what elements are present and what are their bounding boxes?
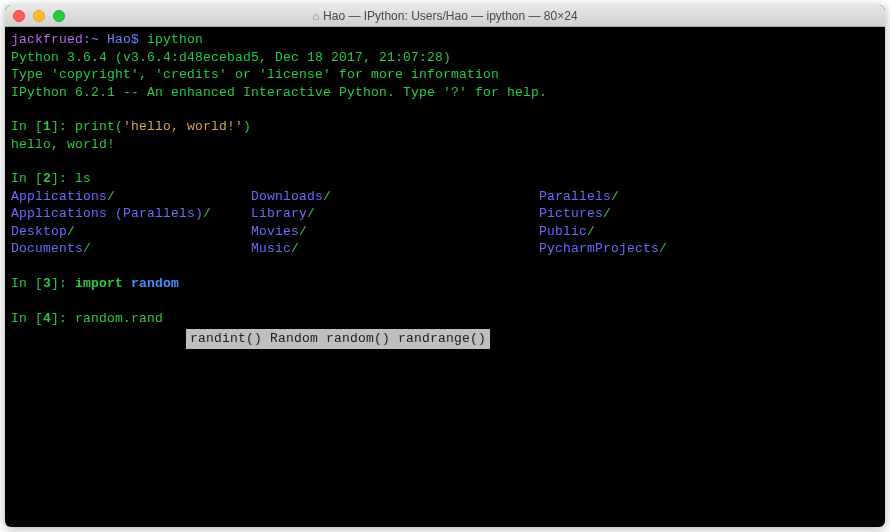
completion-item[interactable]: randrange() — [398, 330, 486, 348]
dir-name: Desktop — [11, 224, 67, 239]
dir-name: Library — [251, 206, 307, 221]
dir-name: Applications (Parallels) — [11, 206, 203, 221]
dir-name: Movies — [251, 224, 299, 239]
titlebar[interactable]: ⌂Hao — IPython: Users/Hao — ipython — 80… — [5, 5, 885, 27]
ipython-output-1: hello, world! — [11, 136, 879, 154]
ls-row: Applications (Parallels)/ Library/ Pictu… — [11, 205, 879, 223]
shell-prompt-line: jackfrued:~ Hao$ ipython — [11, 31, 879, 49]
ipython-cell-3: In [3]: import random — [11, 275, 879, 293]
dir-name: Public — [539, 224, 587, 239]
python-banner-line: Python 3.6.4 (v3.6.4:d48ecebad5, Dec 18 … — [11, 49, 879, 67]
shell-path: :~ Hao$ — [83, 32, 139, 47]
terminal-body[interactable]: jackfrued:~ Hao$ ipython Python 3.6.4 (v… — [5, 27, 885, 353]
dir-name: Documents — [11, 241, 83, 256]
minimize-icon[interactable] — [33, 10, 45, 22]
dir-name: Parallels — [539, 189, 611, 204]
window-controls — [13, 10, 65, 22]
dir-name: Downloads — [251, 189, 323, 204]
python-banner-line: Type 'copyright', 'credits' or 'license'… — [11, 66, 879, 84]
fullscreen-icon[interactable] — [53, 10, 65, 22]
completion-popup[interactable]: randint() Random random() randrange() — [186, 329, 879, 349]
completion-item[interactable]: Random — [270, 330, 318, 348]
python-banner-line: IPython 6.2.1 -- An enhanced Interactive… — [11, 84, 879, 102]
dir-name: PycharmProjects — [539, 241, 659, 256]
ipython-cell-1: In [1]: print('hello, world!') — [11, 118, 879, 136]
shell-user: jackfrued — [11, 32, 83, 47]
dir-name: Pictures — [539, 206, 603, 221]
ls-row: Documents/ Music/ PycharmProjects/ — [11, 240, 879, 258]
close-icon[interactable] — [13, 10, 25, 22]
dir-name: Music — [251, 241, 291, 256]
terminal-window: ⌂Hao — IPython: Users/Hao — ipython — 80… — [5, 5, 885, 527]
ipython-cell-2: In [2]: ls — [11, 170, 879, 188]
completion-item[interactable]: randint() — [190, 330, 262, 348]
shell-command: ipython — [147, 32, 203, 47]
dir-name: Applications — [11, 189, 107, 204]
ipython-cell-4[interactable]: In [4]: random.rand — [11, 310, 879, 328]
home-icon: ⌂ — [312, 10, 319, 22]
ls-row: Desktop/ Movies/ Public/ — [11, 223, 879, 241]
ls-row: Applications/ Downloads/ Parallels/ — [11, 188, 879, 206]
completion-item[interactable]: random() — [326, 330, 390, 348]
window-title: ⌂Hao — IPython: Users/Hao — ipython — 80… — [5, 9, 885, 23]
